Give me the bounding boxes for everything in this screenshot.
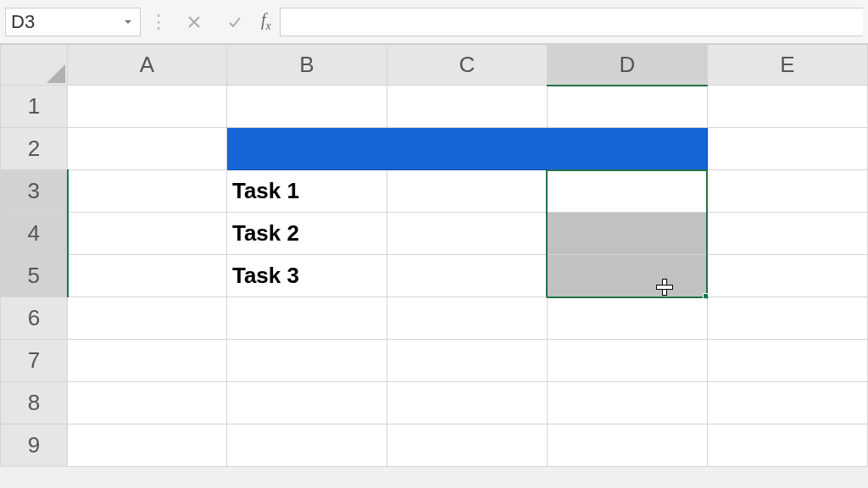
col-header-A[interactable]: A (68, 45, 227, 86)
separator: ⋮ (146, 11, 171, 33)
cell-E5[interactable] (707, 255, 867, 297)
cell-A5[interactable] (68, 255, 227, 297)
cell-A3[interactable] (68, 170, 227, 213)
cell-B8[interactable] (226, 382, 387, 424)
cell-C7[interactable] (387, 340, 547, 382)
cell-B7[interactable] (226, 340, 387, 382)
row-header-7[interactable]: 7 (1, 340, 68, 382)
cell-C6[interactable] (387, 297, 547, 340)
row-header-8[interactable]: 8 (1, 382, 68, 424)
formula-input[interactable] (280, 8, 863, 36)
name-box[interactable]: D3 (5, 8, 141, 36)
col-header-B[interactable]: B (226, 45, 387, 86)
name-box-value: D3 (11, 11, 35, 33)
cell-D9[interactable] (547, 424, 707, 467)
cell-C9[interactable] (387, 424, 547, 467)
cell-B6[interactable] (226, 297, 387, 340)
cell-D6[interactable] (547, 297, 707, 340)
cell-C8[interactable] (387, 382, 547, 424)
col-header-E[interactable]: E (707, 45, 867, 86)
cell-E4[interactable] (707, 213, 867, 255)
cell-D4[interactable] (547, 213, 707, 255)
cell-B2-D2-merged[interactable] (226, 128, 707, 170)
cell-E3[interactable] (707, 170, 867, 213)
row-header-2[interactable]: 2 (1, 128, 68, 170)
cell-D3[interactable] (547, 170, 707, 213)
cell-A1[interactable] (68, 86, 227, 128)
cell-A8[interactable] (68, 382, 227, 424)
cell-E9[interactable] (707, 424, 867, 467)
cell-D1[interactable] (547, 86, 707, 128)
cell-cursor-icon (656, 279, 671, 294)
enter-button[interactable] (217, 8, 253, 36)
col-header-D[interactable]: D (547, 45, 707, 86)
row-header-3[interactable]: 3 (1, 170, 68, 213)
spreadsheet-grid[interactable]: A B C D E 1 2 3 Task 1 (0, 44, 868, 467)
cell-A6[interactable] (68, 297, 227, 340)
name-box-dropdown-icon[interactable] (121, 15, 135, 29)
cell-C5[interactable] (387, 255, 547, 297)
cell-A2[interactable] (68, 128, 227, 170)
cell-B4[interactable]: Task 2 (226, 213, 387, 255)
cell-B1[interactable] (226, 86, 387, 128)
cell-E2[interactable] (707, 128, 867, 170)
cell-D8[interactable] (547, 382, 707, 424)
cell-B9[interactable] (226, 424, 387, 467)
cell-E8[interactable] (707, 382, 867, 424)
cell-E1[interactable] (707, 86, 867, 128)
cell-E7[interactable] (707, 340, 867, 382)
row-header-4[interactable]: 4 (1, 213, 68, 255)
cell-D7[interactable] (547, 340, 707, 382)
select-all-corner[interactable] (1, 45, 68, 86)
formula-bar: D3 ⋮ fx (0, 0, 868, 44)
row-header-1[interactable]: 1 (1, 86, 68, 128)
cell-C1[interactable] (387, 86, 547, 128)
cell-A9[interactable] (68, 424, 227, 467)
row-header-5[interactable]: 5 (1, 255, 68, 297)
row-header-9[interactable]: 9 (1, 424, 68, 467)
fx-icon[interactable]: fx (258, 10, 275, 33)
row-header-6[interactable]: 6 (1, 297, 68, 340)
cell-B3[interactable]: Task 1 (226, 170, 387, 213)
cell-C4[interactable] (387, 213, 547, 255)
col-header-C[interactable]: C (387, 45, 547, 86)
cell-A7[interactable] (68, 340, 227, 382)
cancel-button[interactable] (176, 8, 212, 36)
cell-D5[interactable] (547, 255, 707, 297)
cell-A4[interactable] (68, 213, 227, 255)
cell-E6[interactable] (707, 297, 867, 340)
cell-B5[interactable]: Task 3 (226, 255, 387, 297)
cell-C3[interactable] (387, 170, 547, 213)
